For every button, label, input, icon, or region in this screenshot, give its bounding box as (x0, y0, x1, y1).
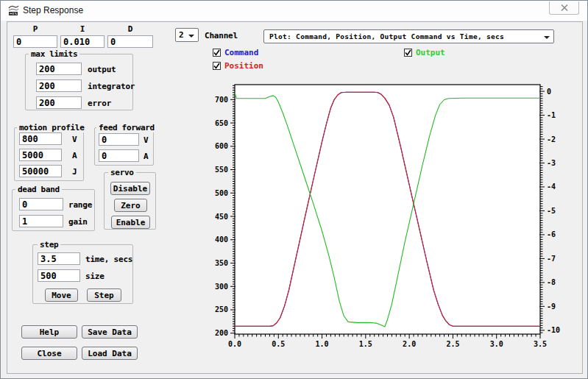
command-checkbox-label: Command (224, 48, 258, 57)
ff-velocity-label: V (144, 135, 148, 145)
plot-select[interactable]: Plot: Command, Position, Output Command … (263, 29, 554, 43)
close-window-button[interactable] (549, 1, 579, 15)
enable-button[interactable]: Enable (111, 216, 150, 229)
help-button[interactable]: Help (21, 325, 77, 339)
jerk-input[interactable] (19, 165, 62, 177)
svg-text:-9: -9 (547, 302, 556, 311)
check-icon (213, 63, 220, 69)
svg-text:0.5: 0.5 (272, 340, 285, 348)
motion-profile-title: motion profile (17, 123, 87, 132)
accel-label: A (72, 151, 77, 160)
chevron-down-icon (188, 35, 194, 38)
save-data-button[interactable]: Save Data (82, 325, 138, 339)
svg-text:-6: -6 (547, 230, 556, 238)
check-icon (405, 49, 411, 56)
step-size-input[interactable] (38, 269, 80, 282)
svg-text:650: 650 (215, 119, 228, 127)
position-checkbox-box (213, 62, 221, 70)
integrator-limit-label: integrator (88, 82, 135, 91)
svg-text:200: 200 (215, 329, 228, 337)
svg-text:0.0: 0.0 (228, 340, 241, 348)
svg-text:700: 700 (215, 96, 228, 104)
feed-forward-title: feed forward (96, 123, 157, 132)
servo-title: servo (108, 168, 136, 177)
output-limit-label: output (88, 65, 116, 74)
d-label: D (107, 24, 153, 34)
svg-text:-1: -1 (547, 111, 556, 119)
d-input[interactable] (107, 35, 153, 48)
svg-text:-10: -10 (547, 326, 560, 334)
svg-text:550: 550 (215, 166, 228, 174)
step-time-input[interactable] (38, 252, 80, 265)
svg-text:-8: -8 (547, 278, 556, 286)
move-button[interactable]: Move (45, 288, 78, 302)
app-icon (7, 4, 20, 16)
channel-value: 2 (176, 30, 184, 40)
svg-text:0: 0 (547, 88, 551, 96)
ff-accel-input[interactable] (99, 149, 139, 162)
i-input[interactable] (60, 35, 105, 48)
plot-select-value: Plot: Command, Position, Output Command … (264, 32, 504, 40)
velocity-input[interactable] (19, 132, 62, 145)
svg-text:-2: -2 (547, 135, 556, 144)
error-limit-input[interactable] (36, 96, 82, 109)
channel-label: Channel (205, 31, 238, 40)
command-checkbox[interactable]: Command (213, 48, 258, 57)
svg-text:450: 450 (215, 213, 228, 221)
load-data-button[interactable]: Load Data (82, 347, 138, 360)
svg-text:2.0: 2.0 (403, 340, 416, 348)
close-icon (561, 4, 568, 11)
svg-text:300: 300 (215, 283, 228, 291)
titlebar: Step Response (1, 1, 587, 21)
svg-text:600: 600 (215, 142, 228, 150)
deadband-range-label: range (68, 200, 92, 210)
zero-button[interactable]: Zero (114, 199, 147, 212)
ff-velocity-input[interactable] (99, 133, 139, 146)
p-input[interactable] (13, 35, 57, 48)
check-icon (213, 49, 220, 56)
step-button[interactable]: Step (87, 288, 121, 302)
velocity-label: V (72, 135, 77, 144)
ff-accel-label: A (144, 152, 148, 161)
svg-text:-4: -4 (547, 183, 556, 191)
svg-text:2.5: 2.5 (446, 340, 459, 348)
accel-input[interactable] (19, 149, 62, 161)
svg-text:400: 400 (215, 235, 228, 244)
svg-text:500: 500 (215, 189, 228, 197)
integrator-limit-input[interactable] (36, 79, 82, 92)
output-checkbox-box (404, 49, 412, 57)
error-limit-label: error (88, 99, 111, 108)
output-checkbox[interactable]: Output (404, 48, 445, 57)
deadband-gain-label: gain (68, 217, 88, 227)
max-limits-title: max limits (29, 49, 79, 59)
dead-band-title: dead band (15, 185, 62, 194)
channel-select[interactable]: 2 (175, 28, 199, 42)
position-checkbox-label: Position (224, 61, 263, 71)
step-title: step (38, 240, 60, 249)
disable-button[interactable]: Disable (110, 182, 150, 195)
deadband-gain-input[interactable] (19, 215, 63, 227)
svg-text:3.0: 3.0 (490, 340, 503, 348)
command-checkbox-box (213, 49, 221, 57)
svg-text:1.5: 1.5 (359, 340, 372, 348)
output-checkbox-label: Output (416, 48, 445, 57)
svg-text:3.5: 3.5 (534, 340, 547, 348)
chevron-down-icon (544, 36, 550, 39)
window-title: Step Response (23, 5, 83, 15)
svg-text:-3: -3 (547, 159, 556, 167)
i-label: I (60, 24, 105, 34)
p-label: P (13, 24, 57, 34)
svg-text:350: 350 (215, 259, 228, 267)
svg-text:1.0: 1.0 (316, 340, 329, 348)
output-limit-input[interactable] (36, 63, 82, 75)
step-response-window: Step Response P I D max limits output in… (0, 0, 588, 379)
step-size-label: size (85, 272, 105, 281)
position-checkbox[interactable]: Position (213, 61, 263, 71)
svg-text:250: 250 (215, 305, 228, 314)
plot-canvas: 0.00.51.01.52.02.53.03.52002503003504004… (209, 79, 581, 360)
close-button[interactable]: Close (21, 347, 77, 360)
step-time-label: time, secs (85, 255, 132, 264)
deadband-range-input[interactable] (19, 198, 63, 210)
svg-text:-5: -5 (547, 207, 556, 215)
svg-text:-7: -7 (547, 255, 556, 263)
